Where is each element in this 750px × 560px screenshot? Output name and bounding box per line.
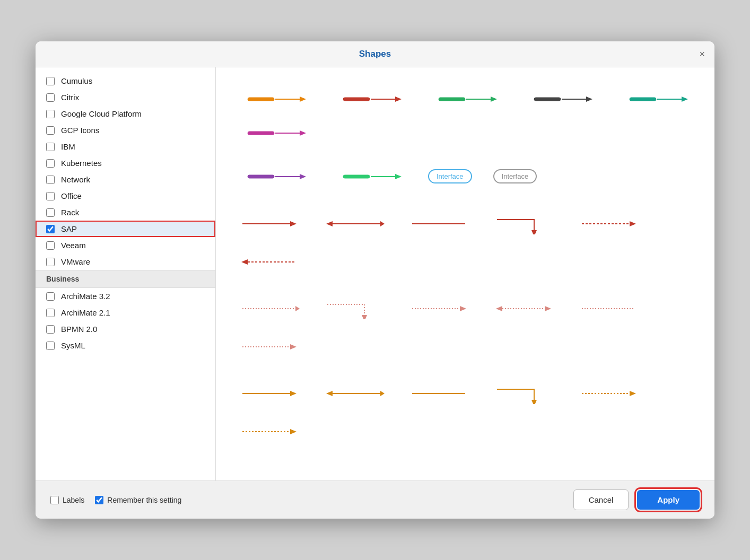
- checkbox-archimate32[interactable]: [46, 292, 55, 301]
- sidebar-item-kubernetes[interactable]: Kubernetes: [36, 155, 215, 171]
- svg-rect-18: [248, 175, 274, 178]
- sidebar-item-archimate21[interactable]: ArchiMate 2.1: [36, 304, 215, 321]
- preview-area: Interface Interface: [216, 67, 714, 480]
- interface-badge-gray: Interface: [493, 169, 537, 183]
- sidebar-item-network[interactable]: Network: [36, 171, 215, 188]
- checkbox-cumulus[interactable]: [46, 77, 55, 85]
- shapes-dialog: Shapes × Cumulus Citrix Google Cloud Pla…: [36, 41, 714, 519]
- svg-rect-15: [248, 132, 274, 135]
- preview-row-4: [232, 283, 699, 368]
- sidebar-item-citrix[interactable]: Citrix: [36, 89, 215, 106]
- remember-option: Remember this setting: [95, 496, 181, 504]
- svg-marker-30: [531, 230, 537, 234]
- cancel-button[interactable]: Cancel: [573, 489, 629, 510]
- sidebar-item-archimate32[interactable]: ArchiMate 3.2: [36, 288, 215, 304]
- apply-button[interactable]: Apply: [637, 490, 700, 510]
- checkbox-bpmn[interactable]: [46, 325, 55, 334]
- section-business: Business: [36, 270, 215, 288]
- preview-row-2: Interface Interface: [232, 154, 699, 198]
- svg-marker-48: [326, 391, 333, 396]
- sidebar-item-office[interactable]: Office: [36, 188, 215, 204]
- sidebar-item-veeam[interactable]: Veeam: [36, 237, 215, 253]
- interface-badge-blue-item: Interface: [428, 169, 472, 183]
- sidebar-item-ibm[interactable]: IBM: [36, 138, 215, 155]
- sidebar-item-sysml[interactable]: SysML: [36, 337, 215, 354]
- red-dot-3: [577, 302, 640, 315]
- sidebar-item-sap[interactable]: SAP: [36, 221, 215, 237]
- sidebar-label-cumulus: Cumulus: [61, 76, 92, 85]
- svg-marker-8: [491, 97, 497, 102]
- checkbox-citrix[interactable]: [46, 93, 55, 102]
- checkbox-gcp[interactable]: [46, 110, 55, 118]
- dialog-body: Cumulus Citrix Google Cloud Platform GCP…: [36, 67, 714, 480]
- remember-label: Remember this setting: [107, 496, 181, 504]
- svg-marker-36: [295, 306, 300, 311]
- red-arrow-left: [322, 217, 386, 230]
- sidebar-item-rack[interactable]: Rack: [36, 204, 215, 221]
- sidebar-label-ibm: IBM: [61, 142, 75, 151]
- svg-rect-9: [534, 98, 561, 101]
- arrow-green2: [333, 170, 407, 183]
- sidebar-item-bpmn[interactable]: BPMN 2.0: [36, 321, 215, 337]
- checkbox-rack[interactable]: [46, 208, 55, 217]
- checkbox-gcpicons[interactable]: [46, 126, 55, 135]
- svg-marker-2: [300, 97, 306, 102]
- red-dot-bidir: [492, 302, 555, 315]
- svg-marker-47: [290, 391, 296, 396]
- svg-marker-11: [586, 97, 592, 102]
- sidebar-label-sysml: SysML: [61, 341, 85, 350]
- red-corner-arrow: [492, 213, 555, 234]
- svg-marker-23: [395, 174, 402, 179]
- sidebar-label-citrix: Citrix: [61, 93, 79, 102]
- red-dotted-arrow-left: [237, 256, 301, 268]
- checkbox-vmware[interactable]: [46, 258, 55, 266]
- svg-rect-6: [439, 98, 465, 101]
- svg-marker-56: [290, 429, 296, 434]
- sidebar-item-gcp[interactable]: Google Cloud Platform: [36, 106, 215, 122]
- sidebar-item-cumulus[interactable]: Cumulus: [36, 73, 215, 89]
- red-arrow-right: [237, 217, 301, 230]
- checkbox-sap[interactable]: [46, 225, 55, 233]
- checkbox-ibm[interactable]: [46, 143, 55, 151]
- remember-checkbox[interactable]: [95, 496, 103, 504]
- sidebar-label-gcp: Google Cloud Platform: [61, 109, 142, 118]
- svg-marker-50: [380, 391, 385, 396]
- sidebar-item-gcpicons[interactable]: GCP Icons: [36, 122, 215, 138]
- preview-row-5: [232, 368, 699, 453]
- labels-label: Labels: [63, 496, 84, 504]
- checkbox-veeam[interactable]: [46, 241, 55, 250]
- labels-checkbox[interactable]: [50, 496, 59, 504]
- svg-marker-5: [395, 97, 402, 102]
- svg-marker-28: [380, 221, 385, 226]
- sidebar-label-veeam: Veeam: [61, 241, 86, 250]
- svg-marker-45: [290, 344, 296, 349]
- red-dot-corner: [322, 298, 386, 319]
- sidebar-label-vmware: VMware: [61, 257, 90, 266]
- sidebar-label-archimate32: ArchiMate 3.2: [61, 292, 110, 301]
- sidebar-label-kubernetes: Kubernetes: [61, 159, 102, 168]
- checkbox-kubernetes[interactable]: [46, 159, 55, 168]
- checkbox-sysml[interactable]: [46, 342, 55, 350]
- sidebar-label-network: Network: [61, 175, 90, 184]
- checkbox-network[interactable]: [46, 176, 55, 184]
- svg-marker-32: [630, 221, 636, 226]
- checkbox-office[interactable]: [46, 192, 55, 200]
- orange-line: [407, 387, 470, 400]
- dialog-title: Shapes: [359, 49, 391, 59]
- checkbox-archimate21[interactable]: [46, 309, 55, 317]
- svg-marker-40: [496, 306, 502, 311]
- red-dot-1: [237, 302, 301, 315]
- arrow-pink: [237, 127, 311, 139]
- svg-rect-12: [630, 98, 656, 101]
- svg-marker-42: [545, 306, 551, 311]
- svg-marker-26: [326, 221, 333, 226]
- svg-marker-54: [630, 391, 636, 396]
- svg-marker-52: [531, 400, 537, 404]
- close-button[interactable]: ×: [699, 49, 705, 59]
- labels-option: Labels: [50, 496, 84, 504]
- sidebar-item-vmware[interactable]: VMware: [36, 253, 215, 270]
- svg-marker-14: [682, 97, 688, 102]
- arrow-orange: [237, 93, 311, 106]
- sidebar-label-rack: Rack: [61, 208, 79, 217]
- svg-marker-17: [300, 130, 306, 136]
